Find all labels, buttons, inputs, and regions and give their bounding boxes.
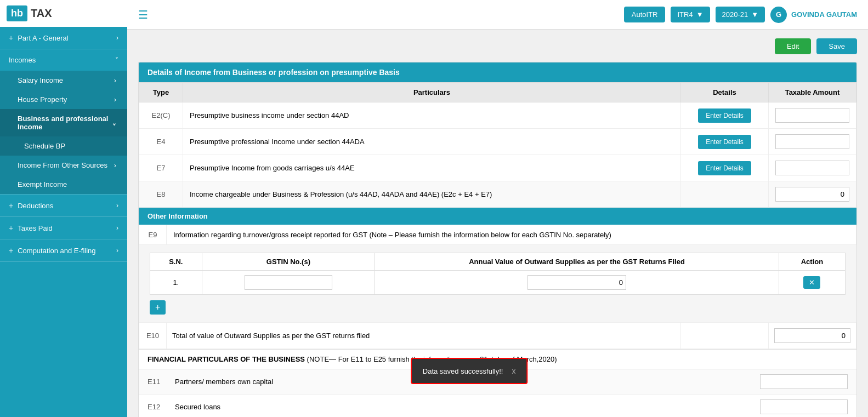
fin-row-e12: E12 Secured loans bbox=[139, 395, 856, 417]
hamburger-icon[interactable]: ☰ bbox=[138, 8, 148, 21]
arrow-icon: › bbox=[116, 34, 118, 42]
gst-row-annual-value bbox=[375, 271, 779, 295]
sidebar-item-salary-income[interactable]: Salary Income › bbox=[0, 71, 127, 90]
sidebar-item-exempt-income[interactable]: Exempt Income bbox=[0, 175, 127, 194]
row-details-e7: Enter Details bbox=[681, 155, 769, 181]
year-dropdown[interactable]: 2020-21 ▼ bbox=[716, 7, 765, 22]
taxable-input-e8[interactable] bbox=[775, 187, 849, 202]
gst-col-annual-value: Annual Value of Outward Supplies as per … bbox=[375, 253, 779, 271]
section-title: Details of Income from Business or profe… bbox=[139, 62, 856, 82]
row-taxable-e4 bbox=[769, 129, 856, 155]
sidebar-label-incomes: Incomes bbox=[9, 56, 36, 64]
taxable-input-e2c[interactable] bbox=[775, 108, 849, 123]
other-info-e9-row: E9 Information regarding turnover/gross … bbox=[139, 225, 856, 245]
fin-code-e12: E12 bbox=[147, 403, 175, 411]
row-type-e2c: E2(C) bbox=[139, 102, 183, 129]
table-row-e8: E8 Income chargeable under Business & Pr… bbox=[139, 181, 856, 208]
autoitr-button[interactable]: AutoITR bbox=[624, 7, 666, 22]
plus-taxes-icon: + bbox=[9, 224, 13, 232]
enter-details-e7-button[interactable]: Enter Details bbox=[698, 161, 751, 175]
arrow-deductions: › bbox=[116, 202, 118, 209]
sidebar-label-other-sources: Income From Other Sources bbox=[18, 161, 107, 169]
row-type-e4: E4 bbox=[139, 129, 183, 155]
fin-input-e12[interactable] bbox=[760, 399, 848, 414]
e10-value-input[interactable] bbox=[774, 328, 850, 343]
e9-code: E9 bbox=[139, 225, 167, 245]
main-area: ☰ AutoITR ITR4 ▼ 2020-21 ▼ G GOVINDA GAU… bbox=[127, 0, 868, 417]
itr4-chevron-icon: ▼ bbox=[696, 10, 704, 19]
taxable-input-e7[interactable] bbox=[775, 161, 849, 175]
e10-code: E10 bbox=[139, 323, 167, 349]
sidebar-sub-business: Schedule BP bbox=[0, 136, 127, 156]
toast-close-button[interactable]: x bbox=[512, 367, 515, 375]
year-chevron-icon: ▼ bbox=[751, 10, 758, 19]
e10-row: E10 Total of value of Outward Supplies a… bbox=[139, 323, 856, 349]
arrow-icon-incomes: ˅ bbox=[115, 56, 118, 64]
col-type: Type bbox=[139, 83, 183, 102]
other-info-header: Other Information bbox=[139, 208, 856, 225]
gst-col-sn: S.N. bbox=[150, 253, 202, 271]
e10-table: E10 Total of value of Outward Supplies a… bbox=[139, 322, 856, 349]
e10-value-cell bbox=[769, 323, 856, 349]
sidebar-item-deductions[interactable]: + Deductions › bbox=[0, 195, 127, 216]
user-badge[interactable]: G GOVINDA GAUTAM bbox=[770, 7, 857, 23]
row-taxable-e2c bbox=[769, 102, 856, 129]
sidebar-label-schedule-bp: Schedule BP bbox=[24, 142, 65, 150]
annual-value-input[interactable] bbox=[527, 275, 626, 290]
sidebar-item-part-a-general[interactable]: + Part A - General › bbox=[0, 27, 127, 49]
logo-area: hb TAX bbox=[0, 0, 127, 27]
sidebar: hb TAX + Part A - General › Incomes ˅ Sa… bbox=[0, 0, 127, 417]
sidebar-section-incomes: Incomes ˅ Salary Income › House Property… bbox=[0, 49, 127, 195]
sidebar-item-taxes-paid[interactable]: + Taxes Paid › bbox=[0, 217, 127, 239]
col-taxable: Taxable Amount bbox=[769, 83, 856, 102]
sidebar-label-taxes-paid: Taxes Paid bbox=[18, 224, 53, 232]
save-button[interactable]: Save bbox=[816, 38, 857, 54]
arrow-house: › bbox=[114, 95, 116, 104]
fin-input-e11[interactable] bbox=[760, 374, 848, 389]
table-row: E2(C) Presumptive business income under … bbox=[139, 102, 856, 129]
sidebar-item-computation[interactable]: + Computation and E-filing › bbox=[0, 239, 127, 261]
sidebar-sub-incomes: Salary Income › House Property › Busines… bbox=[0, 71, 127, 194]
enter-details-e4-button[interactable]: Enter Details bbox=[698, 135, 751, 149]
fin-code-e11: E11 bbox=[147, 378, 175, 386]
sidebar-section-part-a: + Part A - General › bbox=[0, 27, 127, 49]
arrow-computation: › bbox=[116, 247, 118, 254]
row-details-e4: Enter Details bbox=[681, 129, 769, 155]
topbar: ☰ AutoITR ITR4 ▼ 2020-21 ▼ G GOVINDA GAU… bbox=[127, 0, 868, 30]
gst-col-gstin: GSTIN No.(s) bbox=[202, 253, 375, 271]
e10-details bbox=[681, 323, 769, 349]
table-row: E4 Presumptive professional Income under… bbox=[139, 129, 856, 155]
logo-box: hb bbox=[7, 5, 27, 21]
arrow-other: › bbox=[114, 161, 116, 169]
delete-gst-row-button[interactable]: ✕ bbox=[803, 276, 820, 289]
sidebar-item-house-property[interactable]: House Property › bbox=[0, 90, 127, 109]
gst-col-action: Action bbox=[779, 253, 845, 271]
sidebar-label-salary: Salary Income bbox=[18, 76, 63, 84]
table-row: E7 Presumptive Income from goods carriag… bbox=[139, 155, 856, 181]
itr4-dropdown[interactable]: ITR4 ▼ bbox=[671, 7, 710, 22]
toast-message: Data saved successfully!! bbox=[423, 367, 503, 375]
year-label: 2020-21 bbox=[722, 10, 748, 19]
gst-row-gstin bbox=[202, 271, 375, 295]
taxable-input-e4[interactable] bbox=[775, 134, 849, 149]
e10-text: Total of value of Outward Supplies as pe… bbox=[167, 323, 681, 349]
sidebar-item-income-other-sources[interactable]: Income From Other Sources › bbox=[0, 156, 127, 175]
sidebar-item-schedule-bp[interactable]: Schedule BP bbox=[0, 136, 127, 156]
gst-table: S.N. GSTIN No.(s) Annual Value of Outwar… bbox=[150, 253, 846, 295]
sidebar-section-computation: + Computation and E-filing › bbox=[0, 239, 127, 262]
add-gst-row-button[interactable]: + bbox=[150, 300, 166, 315]
edit-button[interactable]: Edit bbox=[775, 38, 811, 54]
e9-text: Information regarding turnover/gross rec… bbox=[167, 225, 856, 245]
sidebar-section-deductions: + Deductions › bbox=[0, 195, 127, 217]
sidebar-label-deductions: Deductions bbox=[18, 202, 53, 210]
sidebar-label-business: Business and professional Income bbox=[18, 115, 108, 131]
sidebar-item-business-income[interactable]: Business and professional Income ˅ bbox=[0, 109, 127, 136]
sidebar-item-incomes[interactable]: Incomes ˅ bbox=[0, 49, 127, 71]
row-type-e7: E7 bbox=[139, 155, 183, 181]
gstin-input[interactable] bbox=[245, 275, 332, 290]
row-particulars-e2c: Presumptive business income under sectio… bbox=[183, 102, 681, 129]
action-row: Edit Save bbox=[138, 38, 857, 54]
enter-details-e2c-button[interactable]: Enter Details bbox=[698, 108, 751, 123]
sidebar-section-taxes-paid: + Taxes Paid › bbox=[0, 217, 127, 239]
sidebar-label-part-a: Part A - General bbox=[18, 34, 69, 42]
